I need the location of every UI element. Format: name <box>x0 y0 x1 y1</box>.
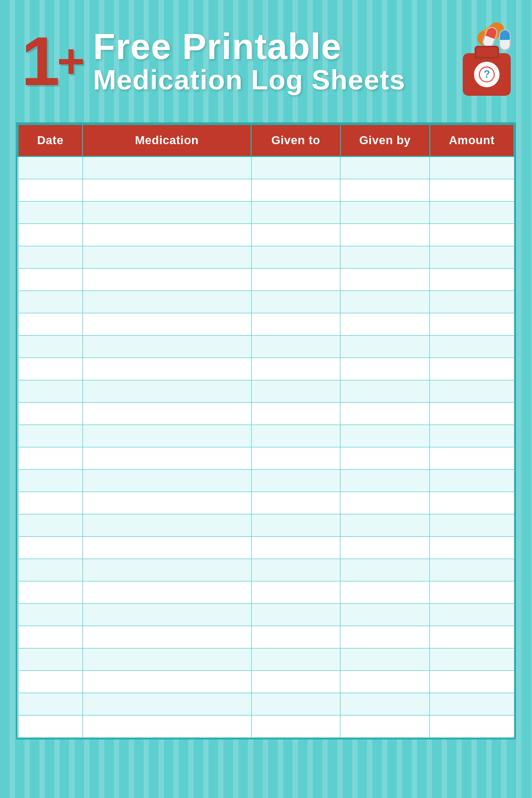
table-cell <box>340 156 430 179</box>
bag-symbol-icon: ? <box>479 66 495 82</box>
table-cell <box>340 559 430 581</box>
number-plus: + <box>57 37 82 85</box>
table-cell <box>18 648 82 670</box>
table-cell <box>82 492 251 514</box>
header-row: Date Medication Given to Given by Amount <box>18 124 514 156</box>
header: 1+ Free Printable Medication Log Sheets <box>16 16 516 106</box>
table-cell <box>18 246 82 268</box>
number-digit: 1 <box>21 27 57 96</box>
table-cell <box>430 246 514 268</box>
table-cell <box>18 358 82 380</box>
table-cell <box>82 447 251 469</box>
table-cell <box>251 514 340 536</box>
table-cell <box>430 559 514 581</box>
table-row <box>18 425 514 447</box>
icon-cluster: ? <box>442 27 511 96</box>
table-cell <box>251 290 340 313</box>
table-cell <box>251 268 340 290</box>
table-cell <box>430 335 514 358</box>
table-cell <box>340 693 430 715</box>
table-cell <box>430 223 514 246</box>
table-cell <box>82 268 251 290</box>
table-cell <box>340 313 430 335</box>
table-cell <box>251 380 340 402</box>
table-cell <box>251 536 340 559</box>
table-cell <box>340 223 430 246</box>
table-cell <box>82 402 251 425</box>
table-cell <box>18 425 82 447</box>
table-cell <box>340 402 430 425</box>
col-header-given-by: Given by <box>340 124 430 156</box>
table-row <box>18 335 514 358</box>
table-cell <box>430 290 514 313</box>
table-cell <box>340 514 430 536</box>
medical-bag-icon: ? <box>463 53 511 96</box>
table-cell <box>340 335 430 358</box>
bag-circle-icon: ? <box>474 62 500 87</box>
col-header-amount: Amount <box>430 124 514 156</box>
table-cell <box>251 335 340 358</box>
col-header-medication: Medication <box>82 124 251 156</box>
table-cell <box>251 447 340 469</box>
table-cell <box>430 693 514 715</box>
table-row <box>18 492 514 514</box>
table-cell <box>251 313 340 335</box>
table-cell <box>82 179 251 201</box>
table-cell <box>251 156 340 179</box>
table-cell <box>251 648 340 670</box>
table-cell <box>340 380 430 402</box>
table-cell <box>430 648 514 670</box>
table-cell <box>82 425 251 447</box>
table-cell <box>18 626 82 648</box>
table-cell <box>251 201 340 223</box>
table-cell <box>18 603 82 626</box>
table-cell <box>251 626 340 648</box>
table-cell <box>340 492 430 514</box>
table-cell <box>340 268 430 290</box>
title-line2: Medication Log Sheets <box>93 65 442 95</box>
page: 1+ Free Printable Medication Log Sheets <box>0 0 532 798</box>
table-row <box>18 156 514 179</box>
table-cell <box>430 492 514 514</box>
table-cell <box>430 179 514 201</box>
table-cell <box>82 223 251 246</box>
table-row <box>18 290 514 313</box>
table-cell <box>82 380 251 402</box>
table-row <box>18 469 514 492</box>
table-cell <box>82 581 251 603</box>
table-row <box>18 179 514 201</box>
table-cell <box>18 670 82 693</box>
table-cell <box>340 447 430 469</box>
table-cell <box>82 358 251 380</box>
table-cell <box>340 201 430 223</box>
table-cell <box>82 648 251 670</box>
table-cell <box>251 715 340 737</box>
table-row <box>18 201 514 223</box>
table-cell <box>18 290 82 313</box>
table-cell <box>18 559 82 581</box>
table-cell <box>82 313 251 335</box>
table-cell <box>18 335 82 358</box>
table-cell <box>430 201 514 223</box>
table-row <box>18 715 514 737</box>
table-cell <box>430 603 514 626</box>
table-row <box>18 514 514 536</box>
table-cell <box>251 179 340 201</box>
table-cell <box>251 492 340 514</box>
pill-blue-icon <box>499 29 511 51</box>
table-cell <box>18 313 82 335</box>
table-cell <box>18 581 82 603</box>
table-cell <box>82 626 251 648</box>
table-row <box>18 581 514 603</box>
table-cell <box>82 335 251 358</box>
table-cell <box>251 402 340 425</box>
table-cell <box>430 425 514 447</box>
table-cell <box>430 380 514 402</box>
table-row <box>18 268 514 290</box>
table-cell <box>430 469 514 492</box>
table-cell <box>430 447 514 469</box>
table-cell <box>340 603 430 626</box>
title-block: Free Printable Medication Log Sheets <box>93 28 442 95</box>
table-cell <box>18 447 82 469</box>
title-line1: Free Printable <box>93 28 442 65</box>
